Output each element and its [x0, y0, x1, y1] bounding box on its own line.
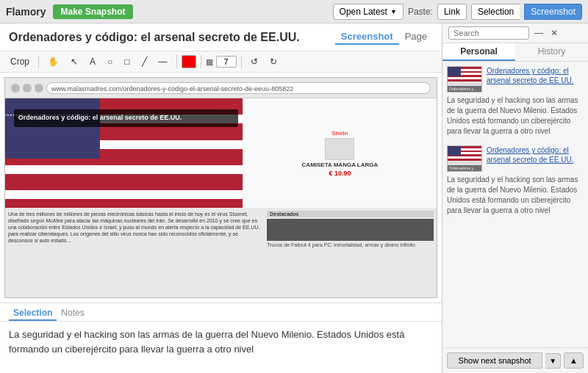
snapshot-thumb-row: Ordenadores y... Ordenadores y código: e… — [447, 145, 584, 172]
article-body-text: Una de tres millones de millones de piez… — [8, 211, 261, 244]
snapshot-title[interactable]: Ordenadores y código: el arsenal secreto… — [487, 66, 584, 85]
scroll-up-button[interactable]: ▲ — [564, 352, 584, 369]
close-button[interactable]: ✕ — [548, 27, 560, 39]
undo-button[interactable]: ↺ — [246, 54, 262, 69]
selection-text: La seguridad y el hacking son las armas … — [9, 327, 433, 356]
dropdown-arrow-icon: ▼ — [390, 8, 397, 15]
browser-back-btn[interactable] — [11, 84, 20, 93]
ad-price: € 10.90 — [329, 170, 351, 177]
paste-label: Paste: — [408, 7, 433, 17]
main-tabs: Screenshot Page — [335, 29, 433, 45]
rect-tool[interactable]: □ — [120, 54, 134, 69]
right-bottom-bar: Show next snapshot ▼ ▲ — [442, 347, 588, 373]
ad-brand: SheIn — [332, 130, 348, 137]
thumb-overlay-text: Ordenadores y... — [448, 86, 481, 92]
article-overlay-title: Ordenadores y código: el arsenal secreto… — [18, 114, 234, 123]
tab-notes[interactable]: Notes — [57, 306, 88, 321]
snapshot-info: Ordenadores y código: el arsenal secreto… — [487, 66, 584, 85]
show-next-dropdown-btn[interactable]: ▼ — [545, 353, 561, 369]
tab-history[interactable]: History — [515, 43, 588, 61]
snapshots-list: Ordenadores y... Ordenadores y código: e… — [442, 62, 588, 347]
related-col: Destacados Trucos de Fallout 4 para PC: … — [264, 208, 437, 297]
flag-canton: ★★★★★★★★★★★★★★★★★★★★★★★★★★★★★★★★★★★★★★★★… — [5, 98, 100, 159]
tab-personal[interactable]: Personal — [442, 43, 515, 61]
right-topbar: — ✕ — [442, 23, 588, 43]
bottom-tabs: Selection Notes — [0, 303, 442, 322]
toolbar-separator-2 — [176, 55, 177, 68]
browser-fwd-btn[interactable] — [23, 84, 32, 93]
bottom-area: Selection Notes La seguridad y el hackin… — [0, 303, 442, 373]
toolbar-separator-3 — [201, 55, 201, 68]
page-title: Ordenadores y código: el arsenal secreto… — [9, 31, 300, 44]
related-image — [267, 219, 434, 241]
number-input[interactable]: 7 — [216, 56, 237, 68]
tab-selection[interactable]: Selection — [9, 306, 57, 321]
snapshot-thumbnail: Ordenadores y... — [447, 66, 482, 93]
screenshot-area: www.malasmadres.com/ordenadores-y-codigo… — [4, 77, 437, 298]
snapshot-title[interactable]: Ordenadores y código: el arsenal secreto… — [487, 145, 584, 164]
bottom-content: La seguridad y el hacking son las armas … — [0, 322, 442, 373]
thumb-canton — [448, 67, 461, 76]
screenshot-button[interactable]: Screenshot — [524, 4, 582, 20]
topbar: Flamory Make Snapshot Open Latest ▼ Past… — [0, 0, 588, 23]
browser-refresh-btn[interactable] — [35, 84, 43, 93]
snapshot-thumb-row: Ordenadores y... Ordenadores y código: e… — [447, 66, 584, 93]
color-picker[interactable] — [182, 55, 196, 68]
left-panel: Ordenadores y código: el arsenal secreto… — [0, 23, 442, 373]
thumb-overlay-text: Ordenadores y... — [448, 165, 481, 171]
destacados-label: Destacados — [267, 211, 434, 217]
pointer-tool[interactable]: ↖ — [66, 54, 82, 69]
open-latest-button[interactable]: Open Latest ▼ — [333, 4, 404, 20]
text-tool[interactable]: A — [85, 54, 100, 69]
drawing-toolbar: Crop ✋ ↖ A ○ □ ╱ — ▦ 7 ↺ ↻ — [0, 51, 442, 73]
right-tabs: Personal History — [442, 43, 588, 62]
article-body-section: Una de tres millones de millones de piez… — [5, 208, 437, 297]
article-overlay: Ordenadores y código: el arsenal secreto… — [14, 109, 238, 127]
related-item-1: Trucos de Fallout 4 para PC: inmortalida… — [267, 242, 434, 247]
ad-image — [325, 138, 354, 160]
main-area: Ordenadores y código: el arsenal secreto… — [0, 23, 588, 373]
toolbar-separator-4 — [241, 55, 242, 68]
crop-tool[interactable]: Crop — [6, 54, 34, 69]
search-input[interactable] — [448, 26, 529, 40]
snapshot-thumbnail: Ordenadores y... — [447, 145, 482, 172]
arrow-tool[interactable]: — — [154, 54, 172, 69]
make-snapshot-button[interactable]: Make Snapshot — [53, 4, 132, 19]
browser-content: ★★★★★★★★★★★★★★★★★★★★★★★★★★★★★★★★★★★★★★★★… — [5, 98, 437, 297]
snapshot-description: La seguridad y el hacking son las armas … — [447, 95, 584, 137]
snapshot-item[interactable]: Ordenadores y... Ordenadores y código: e… — [447, 66, 584, 137]
article-text: Una de tres millones de millones de piez… — [5, 208, 264, 297]
browser-topbar: www.malasmadres.com/ordenadores-y-codigo… — [5, 78, 437, 98]
toolbar-separator — [38, 55, 39, 68]
snapshot-item[interactable]: Ordenadores y... Ordenadores y código: e… — [447, 145, 584, 216]
tab-page[interactable]: Page — [399, 29, 433, 45]
ad-product-title: CAMISETA MANGA LARGA — [302, 162, 379, 168]
grid-icon: ▦ — [206, 57, 213, 67]
page-title-bar: Ordenadores y código: el arsenal secreto… — [0, 23, 442, 51]
line-tool[interactable]: ╱ — [137, 54, 151, 69]
snapshot-info: Ordenadores y código: el arsenal secreto… — [487, 145, 584, 164]
ad-section: SheIn CAMISETA MANGA LARGA € 10.90 — [243, 98, 437, 208]
selection-button[interactable]: Selection — [471, 4, 520, 20]
article-hero: ★★★★★★★★★★★★★★★★★★★★★★★★★★★★★★★★★★★★★★★★… — [5, 98, 437, 208]
fake-browser: www.malasmadres.com/ordenadores-y-codigo… — [5, 78, 437, 297]
link-button[interactable]: Link — [437, 4, 467, 20]
minimize-button[interactable]: — — [532, 27, 545, 39]
ellipse-tool[interactable]: ○ — [103, 54, 117, 69]
hand-tool[interactable]: ✋ — [43, 54, 63, 69]
right-panel: — ✕ Personal History Ordenadores y... Or… — [442, 23, 588, 373]
redo-button[interactable]: ↻ — [265, 54, 282, 69]
thumb-canton — [448, 146, 461, 156]
app-title: Flamory — [6, 6, 46, 18]
snapshot-description: La seguridad y el hacking son las armas … — [447, 175, 584, 216]
show-next-snapshot-button[interactable]: Show next snapshot — [447, 352, 542, 369]
tab-screenshot[interactable]: Screenshot — [335, 29, 399, 45]
browser-url-bar[interactable]: www.malasmadres.com/ordenadores-y-codigo… — [46, 82, 431, 94]
